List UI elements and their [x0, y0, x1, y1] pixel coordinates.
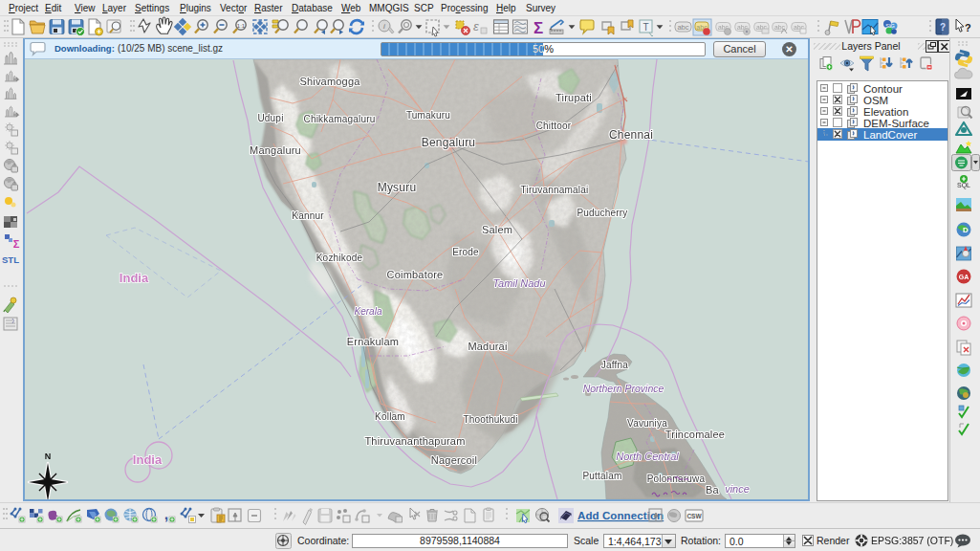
svg-text:Chennai: Chennai: [609, 128, 653, 142]
svg-text:Erode: Erode: [452, 247, 479, 257]
svg-text:SIG: SIG: [885, 23, 894, 29]
svg-text:Thoothukudi: Thoothukudi: [463, 414, 517, 425]
svg-text:Bengaluru: Bengaluru: [422, 136, 476, 149]
svg-text:?: ?: [965, 22, 971, 33]
svg-text:i: i: [383, 22, 385, 31]
svg-text:DEM-Surface: DEM-Surface: [863, 118, 929, 129]
svg-text:Kozhikode: Kozhikode: [316, 253, 363, 263]
svg-text:CSW: CSW: [686, 513, 702, 519]
svg-text:India: India: [120, 271, 149, 285]
svg-text:ε: ε: [473, 19, 479, 33]
svg-text:Kannur: Kannur: [292, 210, 324, 221]
svg-text:LandCover: LandCover: [863, 129, 917, 141]
svg-text:Tumakuru: Tumakuru: [406, 110, 450, 121]
svg-text:1:1: 1:1: [237, 23, 246, 29]
svg-text:Kerala: Kerala: [355, 306, 382, 317]
svg-text:OSM: OSM: [863, 95, 888, 106]
svg-text:SQL: SQL: [957, 182, 970, 189]
svg-text:Σ: Σ: [13, 238, 20, 250]
svg-text:Kollam: Kollam: [375, 411, 405, 422]
svg-text:Chittoor: Chittoor: [536, 121, 572, 131]
svg-text:,: ,: [164, 506, 168, 522]
svg-text:GA: GA: [959, 274, 969, 280]
svg-text:Vavuniya: Vavuniya: [627, 418, 667, 429]
svg-text:Puducherry: Puducherry: [577, 208, 627, 218]
svg-text:Elevation: Elevation: [863, 106, 908, 118]
svg-text:Nagercoil: Nagercoil: [431, 454, 477, 466]
svg-text:?: ?: [940, 22, 946, 33]
svg-text:Contour: Contour: [863, 83, 903, 95]
svg-text:STL: STL: [2, 254, 19, 265]
svg-text:Northern Province: Northern Province: [583, 383, 664, 394]
svg-text:Jaffna: Jaffna: [601, 360, 628, 370]
svg-text:Add Connection: Add Connection: [577, 510, 664, 521]
svg-text:Salem: Salem: [482, 224, 512, 235]
svg-text:North Central: North Central: [616, 451, 679, 462]
svg-text:T: T: [642, 22, 648, 33]
svg-text:N: N: [45, 452, 52, 461]
svg-text:Puttalam: Puttalam: [582, 471, 621, 481]
svg-text:D: D: [963, 226, 969, 234]
svg-text:Ba: Ba: [706, 484, 720, 496]
svg-text:Polonnaruwa: Polonnaruwa: [647, 474, 706, 484]
svg-text:Tirupati: Tirupati: [555, 92, 592, 103]
svg-text:Ernakulam: Ernakulam: [347, 336, 399, 347]
svg-text:vince: vince: [725, 483, 750, 495]
svg-text:Trincomalee: Trincomalee: [665, 429, 725, 440]
svg-text:Chikkamagaluru: Chikkamagaluru: [303, 114, 375, 124]
svg-text:Coimbatore: Coimbatore: [387, 269, 444, 280]
svg-text:Tamil Nadu: Tamil Nadu: [492, 277, 545, 289]
svg-text:Tiruvannamalai: Tiruvannamalai: [521, 185, 589, 195]
svg-text:Shivamogga: Shivamogga: [299, 76, 360, 87]
svg-text:Mysuru: Mysuru: [378, 181, 417, 194]
svg-text:Mangaluru: Mangaluru: [250, 144, 301, 156]
svg-text:Udupi: Udupi: [257, 113, 283, 123]
svg-text:Σ: Σ: [534, 19, 543, 37]
svg-text:Thiruvananthapuram: Thiruvananthapuram: [364, 435, 465, 447]
svg-text:India: India: [133, 452, 163, 467]
svg-text:Madurai: Madurai: [468, 341, 507, 352]
